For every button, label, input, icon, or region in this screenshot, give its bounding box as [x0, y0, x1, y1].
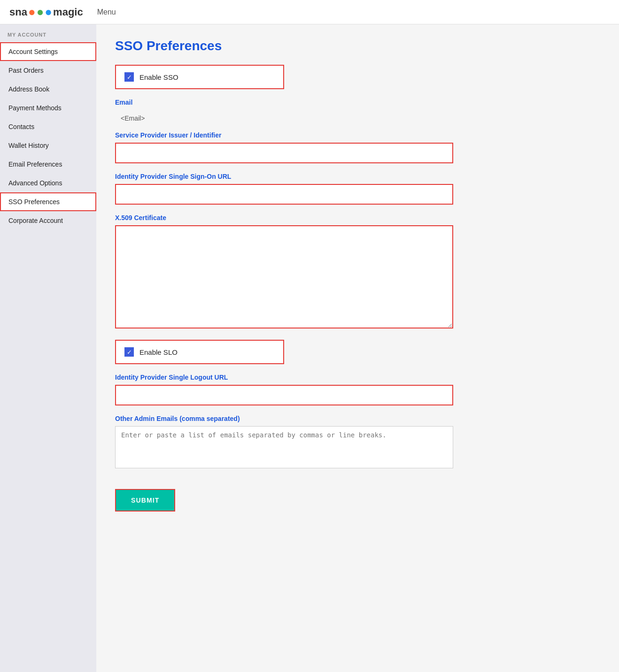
email-section: Email <Email>: [115, 99, 600, 122]
logo-magic: magic: [53, 6, 83, 18]
service-provider-input[interactable]: [115, 143, 453, 163]
sidebar-section-label: MY ACCOUNT: [0, 32, 96, 42]
logo-dot2: ●: [37, 5, 44, 19]
sidebar-item-account-settings[interactable]: Account Settings: [0, 42, 96, 61]
sidebar-item-past-orders[interactable]: Past Orders: [0, 61, 96, 80]
idp-sso-url-section: Identity Provider Single Sign-On URL: [115, 173, 600, 205]
other-admin-emails-section: Other Admin Emails (comma separated): [115, 415, 600, 470]
enable-sso-section: ✓ Enable SSO: [115, 65, 600, 89]
main-content: SSO Preferences ✓ Enable SSO Email <Emai…: [96, 24, 619, 672]
layout: MY ACCOUNT Account Settings Past Orders …: [0, 24, 619, 672]
slo-checkmark-icon: ✓: [127, 349, 132, 355]
submit-button[interactable]: SUBMIT: [115, 489, 175, 512]
email-field-label: Email: [115, 99, 600, 106]
top-nav: sna●●●magic Menu: [0, 0, 619, 24]
email-display: <Email>: [115, 110, 600, 122]
logo-snack: sna: [9, 6, 27, 18]
sidebar-item-advanced-options[interactable]: Advanced Options: [0, 174, 96, 192]
idp-slo-url-label: Identity Provider Single Logout URL: [115, 374, 600, 381]
enable-sso-container[interactable]: ✓ Enable SSO: [115, 65, 284, 89]
sidebar-item-sso-preferences[interactable]: SSO Preferences: [0, 192, 96, 211]
service-provider-section: Service Provider Issuer / Identifier: [115, 131, 600, 163]
enable-slo-checkbox[interactable]: ✓: [124, 347, 134, 357]
checkmark-icon: ✓: [127, 74, 132, 80]
logo-dot3: ●: [45, 5, 52, 19]
logo-dot1: ●: [28, 5, 36, 19]
enable-slo-section: ✓ Enable SLO: [115, 340, 600, 364]
idp-slo-url-input[interactable]: [115, 385, 453, 405]
enable-slo-label: Enable SLO: [139, 348, 178, 356]
enable-sso-label: Enable SSO: [139, 73, 178, 81]
other-admin-emails-label: Other Admin Emails (comma separated): [115, 415, 600, 422]
other-admin-emails-textarea[interactable]: [115, 426, 453, 468]
x509-label: X.509 Certificate: [115, 214, 600, 221]
idp-sso-url-input[interactable]: [115, 184, 453, 205]
page-title: SSO Preferences: [115, 38, 600, 53]
service-provider-label: Service Provider Issuer / Identifier: [115, 131, 600, 139]
sidebar-item-email-preferences[interactable]: Email Preferences: [0, 155, 96, 174]
logo: sna●●●magic: [9, 5, 83, 19]
sidebar-item-corporate-account[interactable]: Corporate Account: [0, 211, 96, 230]
enable-sso-checkbox[interactable]: ✓: [124, 72, 134, 82]
sidebar-item-contacts[interactable]: Contacts: [0, 117, 96, 136]
x509-textarea[interactable]: [115, 225, 453, 328]
idp-slo-url-section: Identity Provider Single Logout URL: [115, 374, 600, 405]
sidebar-item-payment-methods[interactable]: Payment Methods: [0, 99, 96, 117]
menu-label[interactable]: Menu: [97, 8, 116, 16]
idp-sso-url-label: Identity Provider Single Sign-On URL: [115, 173, 600, 180]
sidebar: MY ACCOUNT Account Settings Past Orders …: [0, 24, 96, 672]
sidebar-item-address-book[interactable]: Address Book: [0, 80, 96, 99]
x509-section: X.509 Certificate: [115, 214, 600, 330]
enable-slo-container[interactable]: ✓ Enable SLO: [115, 340, 284, 364]
sidebar-item-wallet-history[interactable]: Wallet History: [0, 136, 96, 155]
